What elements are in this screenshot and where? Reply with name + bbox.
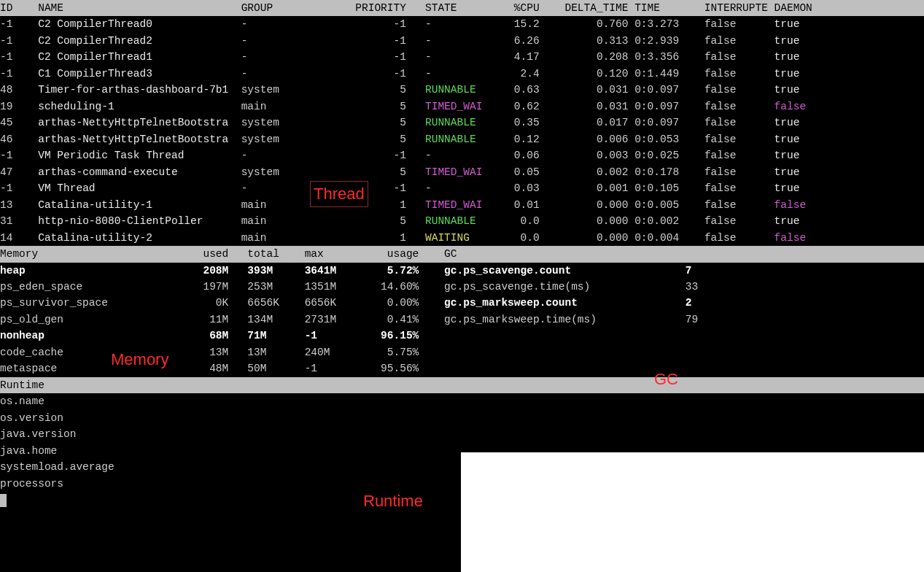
memory-gc-row: ps_old_gen 11M 134M 2731M 0.41% gc.ps_ma… xyxy=(0,312,924,328)
thread-row: -1 VM Periodic Task Thread - -1 - 0.06 0… xyxy=(0,147,924,163)
thread-row: -1 C2 CompilerThread1 - -1 - 4.17 0.208 … xyxy=(0,49,924,65)
thread-row: -1 C2 CompilerThread0 - -1 - 15.2 0.760 … xyxy=(0,16,924,32)
thread-table-body: -1 C2 CompilerThread0 - -1 - 15.2 0.760 … xyxy=(0,16,924,246)
thread-row: 19 scheduling-1 main 5 TIMED_WAI 0.62 0.… xyxy=(0,98,924,115)
annotation-thread: Thread xyxy=(310,181,368,207)
thread-row: 13 Catalina-utility-1 main 1 TIMED_WAI 0… xyxy=(0,197,924,213)
annotation-runtime: Runtime xyxy=(363,489,423,514)
thread-row: -1 VM Thread - -1 - 0.03 0.001 0:0.105 f… xyxy=(0,180,924,196)
annotation-gc: GC xyxy=(654,367,678,392)
memory-gc-header: Memory used total max usage GC xyxy=(0,246,924,262)
thread-row: 46 arthas-NettyHttpTelnetBootstra system… xyxy=(0,131,924,147)
thread-row: 47 arthas-command-execute system 5 TIMED… xyxy=(0,164,924,180)
thread-row: -1 C2 CompilerThread2 - -1 - 6.26 0.313 … xyxy=(0,33,924,49)
memory-gc-row: heap 208M 393M 3641M 5.72% gc.ps_scaveng… xyxy=(0,263,924,279)
memory-gc-row: ps_survivor_space 0K 6656K 6656K 0.00% g… xyxy=(0,295,924,311)
annotation-memory: Memory xyxy=(111,347,168,372)
runtime-row: java.version xyxy=(0,426,924,442)
thread-row: -1 C1 CompilerThread3 - -1 - 2.4 0.120 0… xyxy=(0,66,924,82)
runtime-header: Runtime xyxy=(0,377,924,393)
runtime-row: os.name xyxy=(0,393,924,409)
thread-row: 45 arthas-NettyHttpTelnetBootstra system… xyxy=(0,115,924,131)
memory-gc-row: ps_eden_space 197M 253M 1351M 14.60% gc.… xyxy=(0,279,924,295)
thread-row: 14 Catalina-utility-2 main 1 WAITING 0.0… xyxy=(0,230,924,246)
terminal-cursor xyxy=(0,494,7,507)
runtime-row: os.version xyxy=(0,410,924,426)
thread-row: 31 http-nio-8080-ClientPoller main 5 RUN… xyxy=(0,213,924,229)
thread-table-header: ID NAME GROUP PRIORITY STATE %CPU DELTA_… xyxy=(0,0,924,16)
thread-row: 48 Timer-for-arthas-dashboard-7b1 system… xyxy=(0,82,924,98)
memory-gc-row: nonheap 68M 71M -1 96.15% xyxy=(0,328,924,344)
blank-panel xyxy=(461,452,924,572)
